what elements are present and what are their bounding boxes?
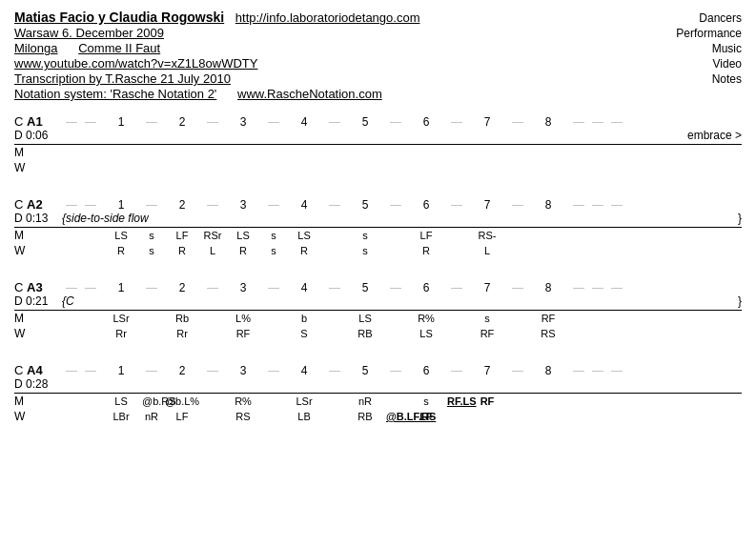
data-cell: @b.RS xyxy=(142,395,161,407)
section-A2: C A2——1—2—3—4—5—6—7—8———D 0:13{side-to-s… xyxy=(14,197,742,267)
d-info-A3: {C xyxy=(62,294,627,308)
beat-label: — xyxy=(62,364,81,377)
beat-label: — xyxy=(62,281,81,294)
beat-label: — xyxy=(588,364,607,377)
beat-label: — xyxy=(325,198,344,212)
data-cell: @B.LF.RS xyxy=(386,411,405,422)
beat-label: 6 xyxy=(405,281,447,294)
beat-label: 2 xyxy=(161,115,203,129)
data-cell: Rb xyxy=(161,313,203,324)
d-row-A4: D 0:28 xyxy=(14,377,742,391)
beat-label: 7 xyxy=(466,281,508,294)
data-cell: RF xyxy=(466,328,508,339)
beat-label: — xyxy=(81,281,100,294)
youtube-link[interactable]: www.youtube.com/watch?v=xZ1L8owWDTY xyxy=(14,56,637,71)
section-label-A2: C A2 xyxy=(14,197,62,212)
beat-label: 6 xyxy=(405,198,447,212)
data-cell: LF xyxy=(161,411,203,422)
beat-label: 6 xyxy=(405,364,447,377)
d-right-A1: embrace > xyxy=(627,129,742,142)
data-cell: RF xyxy=(527,313,569,324)
beat-label: — xyxy=(81,115,100,129)
beat-label: — xyxy=(203,115,222,129)
data-cell: S xyxy=(283,328,325,339)
beat-label: 3 xyxy=(222,364,264,377)
section-A1: C A1——1—2—3—4—5—6—7—8———D 0:06embrace >M… xyxy=(14,114,742,184)
data-cell: s xyxy=(142,230,161,241)
beat-label: — xyxy=(569,281,588,294)
beat-label: 7 xyxy=(466,115,508,129)
col3-label: Music xyxy=(637,42,742,55)
row-letter-m-A4: M xyxy=(14,395,62,408)
data-cell: LF xyxy=(405,411,447,422)
section-label-A4: C A4 xyxy=(14,363,62,377)
data-cell: LF xyxy=(161,230,203,241)
d-info-A2: {side-to-side flow xyxy=(62,212,627,225)
row-letter-w-A2: W xyxy=(14,244,62,257)
beat-label: — xyxy=(569,198,588,212)
data-cell: b xyxy=(283,313,325,324)
m-row-A4: MLS@b.RS@b.L%R%LSrnRsRF.LSRF xyxy=(14,395,742,410)
beat-label: — xyxy=(264,198,283,212)
data-cell: s xyxy=(264,230,283,241)
website-link[interactable]: http://info.laboratoriodetango.com xyxy=(235,10,420,25)
data-cell: R xyxy=(283,245,325,256)
milonga-name: Comme II Faut xyxy=(78,41,160,55)
d-row-A3: D 0:21{C} xyxy=(14,294,742,308)
data-cell: Rr xyxy=(100,328,142,339)
m-row-A3: MLSrRbL%bLSR%sRF xyxy=(14,312,742,327)
count-row-A3: C A3——1—2—3—4—5—6—7—8——— xyxy=(14,280,742,294)
section-label-A3: C A3 xyxy=(14,280,62,294)
milonga-label: Milonga xyxy=(14,41,58,55)
beat-label: 8 xyxy=(527,115,569,129)
beat-label: 8 xyxy=(527,364,569,377)
col2-label: Performance xyxy=(637,27,742,40)
data-cell: LSr xyxy=(283,395,325,407)
row-letter-m-A1: M xyxy=(14,146,62,159)
beat-label: 5 xyxy=(344,281,386,294)
data-cell: RB xyxy=(344,328,386,339)
data-cell: LF xyxy=(405,230,447,241)
data-cell: s xyxy=(142,245,161,256)
beat-label: 7 xyxy=(466,198,508,212)
beat-label: — xyxy=(264,115,283,129)
beat-label: 2 xyxy=(161,198,203,212)
data-cell: LS xyxy=(405,328,447,339)
beat-label: 8 xyxy=(527,281,569,294)
beat-label: 3 xyxy=(222,115,264,129)
milonga-line: Milonga Comme II Faut xyxy=(14,41,637,55)
beat-label: — xyxy=(569,364,588,377)
data-cell: LS xyxy=(283,230,325,241)
data-cell: Rr xyxy=(161,328,203,339)
beat-label: — xyxy=(508,115,527,129)
beat-label: — xyxy=(447,198,466,212)
data-cell: LS xyxy=(344,313,386,324)
data-cell: s xyxy=(344,230,386,241)
data-cell: s xyxy=(466,313,508,324)
d-label-A2: D 0:13 xyxy=(14,212,62,225)
beat-label: 1 xyxy=(100,115,142,129)
data-cell: RF xyxy=(466,395,508,407)
data-cell: s xyxy=(405,395,447,407)
data-cell: R% xyxy=(405,313,447,324)
beat-label: 6 xyxy=(405,115,447,129)
section-A3: C A3——1—2—3—4—5—6—7—8———D 0:21{C}MLSrRbL… xyxy=(14,280,742,350)
date-line: Warsaw 6. December 2009 xyxy=(14,26,637,40)
beat-label: 2 xyxy=(161,364,203,377)
beat-label: 5 xyxy=(344,198,386,212)
data-cell: RF xyxy=(222,328,264,339)
beat-label: — xyxy=(203,198,222,212)
w-row-A1: W xyxy=(14,161,742,176)
beat-label: 1 xyxy=(100,364,142,377)
beat-label: — xyxy=(386,115,405,129)
beat-label: — xyxy=(325,364,344,377)
beat-label: — xyxy=(607,281,626,294)
data-cell: LS xyxy=(222,230,264,241)
data-cell: @b.L% xyxy=(161,395,203,407)
beat-label: — xyxy=(447,281,466,294)
beat-label: — xyxy=(447,115,466,129)
beat-label: 3 xyxy=(222,198,264,212)
col5-label: Notes xyxy=(637,72,742,86)
d-label-A1: D 0:06 xyxy=(14,129,62,142)
beat-label: — xyxy=(142,198,161,212)
